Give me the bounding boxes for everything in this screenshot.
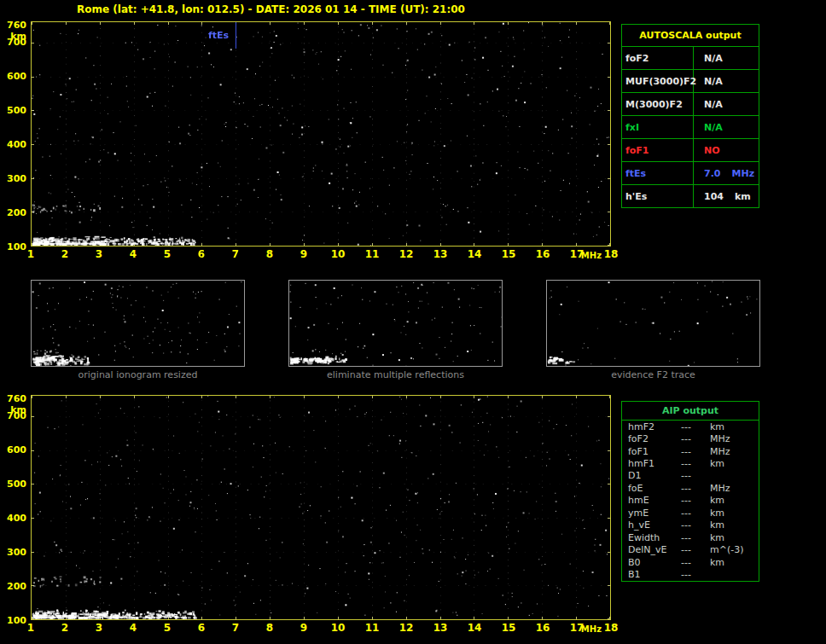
x-tick-label: 9 <box>300 622 307 634</box>
x-tick-label: 16 <box>536 248 550 260</box>
aip-row-value: --- <box>681 508 710 519</box>
autoscala-value-unit: km <box>735 191 751 202</box>
autoscala-table-rows: foF2N/AMUF(3000)F2N/AM(3000)F2N/AfxIN/Af… <box>622 46 759 207</box>
autoscala-row-label: ftEs <box>622 162 694 184</box>
x-tick-label: 1 <box>27 248 34 260</box>
aip-row-name: hmF1 <box>628 458 681 469</box>
y-tick-label: 100 <box>0 615 29 626</box>
thumbnail-caption-f2: evidence F2 trace <box>546 369 760 380</box>
y-tick-label: 700 <box>0 37 29 48</box>
thumbnail-evidence-f2 <box>546 280 760 367</box>
x-tick-label: 2 <box>61 622 68 634</box>
y-tick-label: 500 <box>0 105 29 116</box>
autoscala-row-label: h'Es <box>622 185 694 207</box>
aip-row: foF1---MHz <box>622 445 759 457</box>
x-tick-label: 8 <box>266 622 273 634</box>
autoscala-row-label: foF1 <box>622 139 694 161</box>
ionogram-plot-bottom <box>31 395 611 620</box>
aip-row: B1--- <box>622 568 759 580</box>
y-tick-label: 760 <box>0 393 29 404</box>
aip-table-rows: hmF2---kmfoF2---MHzfoF1---MHzhmF1---kmD1… <box>622 421 759 581</box>
x-tick-label: 3 <box>96 248 102 260</box>
autoscala-row-label: foF2 <box>622 47 694 69</box>
autoscala-row: ftEs7.0MHz <box>622 161 759 184</box>
x-tick-label: 15 <box>502 248 516 260</box>
y-tick-label: 200 <box>0 581 29 592</box>
aip-row: D1--- <box>622 470 759 482</box>
y-tick-label: 200 <box>0 207 29 218</box>
aip-row-unit: km <box>710 519 759 531</box>
autoscala-row-label: MUF(3000)F2 <box>622 70 694 92</box>
thumbnail-canvas-reflections <box>289 281 502 366</box>
aip-row-value: --- <box>681 495 710 506</box>
autoscala-value-text: N/A <box>704 76 723 87</box>
aip-row-name: DelN_vE <box>628 544 681 555</box>
autoscala-value-text: N/A <box>704 53 723 64</box>
autoscala-row-value: 104km <box>694 185 759 207</box>
x-tick-label: 6 <box>198 248 205 260</box>
x-tick-label: 10 <box>331 622 346 634</box>
y-tick-label: 400 <box>0 139 29 150</box>
x-tick-label: 1 <box>27 622 34 634</box>
aip-row-unit: km <box>710 508 759 519</box>
y-axis-labels-top: 760km700600500400300200100 <box>0 21 29 247</box>
autoscala-row: M(3000)F2N/A <box>622 92 759 115</box>
aip-row-name: D1 <box>628 470 681 481</box>
thumbnail-original-ionogram <box>31 280 245 367</box>
y-tick-label: 500 <box>0 479 29 490</box>
aip-row-value: --- <box>681 519 710 531</box>
aip-row-name: B0 <box>628 557 681 568</box>
x-tick-label: 18 <box>604 622 619 634</box>
thumbnail-caption-original: original ionogram resized <box>31 369 245 380</box>
aip-row-name: h_vE <box>628 519 681 531</box>
x-tick-label: 14 <box>468 622 482 634</box>
aip-row: ymE---km <box>622 507 759 519</box>
x-tick-label: 11 <box>365 248 380 260</box>
x-tick-label: 5 <box>164 622 171 634</box>
aip-row-unit: MHz <box>710 433 759 444</box>
autoscala-value-unit: MHz <box>732 168 755 179</box>
autoscala-value-text: NO <box>704 145 720 156</box>
aip-row-value: --- <box>681 532 710 543</box>
autoscala-row: MUF(3000)F2N/A <box>622 69 759 92</box>
x-tick-label: 7 <box>232 248 239 260</box>
y-tick-label: 300 <box>0 173 29 184</box>
x-tick-label: 6 <box>198 622 205 634</box>
x-tick-label: 13 <box>433 248 448 260</box>
aip-row-name: hmF2 <box>628 421 681 432</box>
aip-row: hmE---km <box>622 495 759 507</box>
autoscala-output-table: AUTOSCALA output foF2N/AMUF(3000)F2N/AM(… <box>621 24 759 208</box>
autoscala-row: foF2N/A <box>622 46 759 69</box>
x-tick-label: 4 <box>130 248 137 260</box>
aip-row: DelN_vE---m^(-3) <box>622 543 759 555</box>
aip-row-unit: MHz <box>710 446 759 457</box>
x-axis-labels-bottom: 123456789101112131415161718MHz <box>31 622 611 634</box>
x-axis-labels-top: 123456789101112131415161718MHz <box>31 248 611 260</box>
autoscala-row-value: N/A <box>694 93 759 115</box>
y-axis-labels-bottom: 760km700600500400300200100 <box>0 395 29 620</box>
aip-row-value: --- <box>681 458 710 469</box>
autoscala-row-value: N/A <box>694 70 759 92</box>
aip-row-value: --- <box>681 470 710 481</box>
y-tick-label: 600 <box>0 71 29 82</box>
ionogram-canvas-top <box>32 22 610 246</box>
x-tick-label: 12 <box>399 248 414 260</box>
y-tick-label: 760 <box>0 20 29 31</box>
aip-row-name: B1 <box>628 569 681 580</box>
autoscala-value-text: N/A <box>704 99 723 110</box>
aip-row: foF2---MHz <box>622 432 759 444</box>
x-tick-label: 13 <box>433 622 448 634</box>
ionogram-canvas-bottom <box>32 396 610 619</box>
aip-row: foE---MHz <box>622 482 759 494</box>
x-tick-label: 7 <box>232 622 239 634</box>
autoscala-value-text: 104 <box>704 191 724 202</box>
autoscala-row-label: fxI <box>622 116 694 138</box>
x-axis-unit: MHz <box>581 624 602 634</box>
thumbnail-canvas-f2 <box>547 281 759 366</box>
aip-row-name: Ewidth <box>628 532 681 543</box>
autoscala-row: h'Es104km <box>622 184 759 207</box>
x-tick-label: 9 <box>300 248 307 260</box>
aip-row-value: --- <box>681 446 710 457</box>
aip-row-value: --- <box>681 544 710 555</box>
aip-row: h_vE---km <box>622 519 759 531</box>
